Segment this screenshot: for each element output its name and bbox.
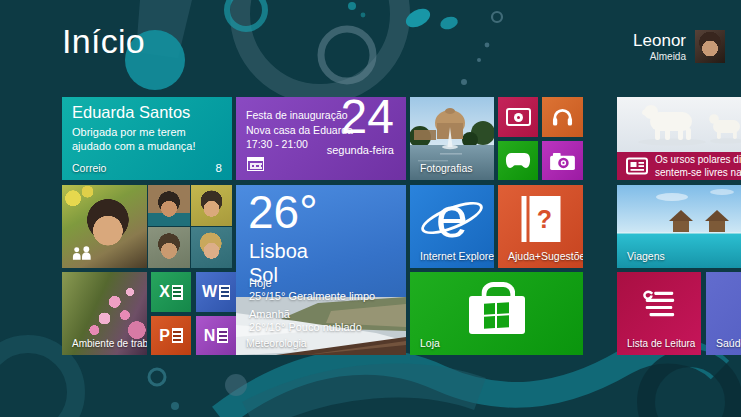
start-screen: Início Leonor Almeida Eduarda Santos Obr… (0, 0, 741, 417)
tile-news[interactable]: Os ursos polares divertem sentem-se livr… (617, 97, 741, 180)
tile-reading-list[interactable]: Lista de Leitura (617, 272, 701, 355)
tile-word[interactable]: W (196, 272, 236, 312)
mail-app-label: Correio (72, 162, 106, 174)
mail-sender: Eduarda Santos (72, 103, 190, 122)
video-screen-icon (506, 108, 531, 126)
shopping-bag-windows-icon (469, 296, 525, 334)
tile-internet-explorer[interactable]: e Internet Explorer (410, 185, 494, 268)
mail-message: Obrigada por me terem ajudado com a muda… (72, 125, 216, 154)
health-app-label: Saúde e (716, 337, 741, 349)
tile-mail[interactable]: Eduarda Santos Obrigada por me terem aju… (62, 97, 232, 180)
people-photo-grid (147, 185, 232, 268)
tile-music[interactable] (542, 97, 583, 137)
travel-app-label: Viagens (627, 250, 665, 262)
help-app-label: Ajuda+Sugestões (508, 250, 583, 262)
game-controller-icon (505, 152, 531, 169)
user-names: Leonor Almeida (633, 32, 686, 62)
book-question-icon: ? (521, 196, 560, 242)
newspaper-icon (626, 157, 648, 175)
calendar-day-number: 24 (341, 97, 394, 142)
tile-excel[interactable]: X (151, 272, 191, 312)
calendar-event-title: Festa de inauguração (246, 108, 353, 123)
weather-app-label: Meteorologia (246, 337, 307, 349)
word-icon: W (202, 283, 230, 301)
excel-icon: X (159, 283, 183, 301)
weather-today-label: Hoje (249, 277, 272, 289)
store-app-label: Loja (420, 337, 440, 349)
news-photo-polar-bears (617, 97, 741, 152)
tile-help-tips[interactable]: ? Ajuda+Sugestões (498, 185, 583, 268)
tile-health[interactable]: Saúde e (706, 272, 741, 355)
onenote-icon: N (204, 327, 229, 345)
reading-list-icon (641, 289, 677, 319)
tile-weather[interactable]: 26° Lisboa Sol Hoje 25°/15° Geralmente l… (236, 185, 406, 355)
calendar-icon (247, 157, 264, 171)
news-headline: Os ursos polares divertem sentem-se livr… (655, 153, 741, 179)
calendar-event-location: Nova casa da Eduarda (246, 123, 353, 138)
page-title: Início (62, 22, 145, 61)
weather-tomorrow-label: Amanhã (249, 308, 290, 320)
tile-onenote[interactable]: N (196, 316, 236, 355)
weather-temperature: 26° (248, 185, 318, 239)
calendar-weekday: segunda-feira (327, 144, 394, 156)
tile-people[interactable] (62, 185, 232, 268)
mail-unread-badge: 8 (216, 162, 222, 174)
tile-games[interactable] (498, 141, 538, 180)
tile-calendar[interactable]: Festa de inauguração Nova casa da Eduard… (236, 97, 406, 180)
powerpoint-icon: P (159, 327, 183, 345)
tile-photos[interactable]: Fotografias (410, 97, 494, 180)
user-first-name: Leonor (633, 32, 686, 51)
tile-desktop[interactable]: Ambiente de trabalho (62, 272, 147, 355)
tile-video[interactable] (498, 97, 538, 137)
news-headline-bar: Os ursos polares divertem sentem-se livr… (617, 152, 741, 180)
internet-explorer-e-icon: e (422, 187, 482, 247)
weather-city: Lisboa (249, 240, 308, 263)
weather-today-forecast: 25°/15° Geralmente limpo (249, 290, 375, 302)
ie-app-label: Internet Explorer (420, 250, 494, 262)
avatar (695, 30, 725, 63)
reading-list-app-label: Lista de Leitura (627, 338, 695, 349)
tile-travel[interactable]: Viagens (617, 185, 741, 268)
headphones-icon (552, 107, 573, 127)
people-photo (191, 227, 233, 268)
people-icon (71, 246, 94, 261)
camera-icon (549, 151, 576, 171)
user-account[interactable]: Leonor Almeida (633, 30, 725, 63)
weather-tomorrow-forecast: 26°/16° Pouco nublado (249, 321, 362, 333)
people-photo (148, 227, 190, 268)
desktop-app-label: Ambiente de trabalho (72, 338, 147, 349)
tile-store[interactable]: Loja (410, 272, 583, 355)
tile-camera[interactable] (542, 141, 583, 180)
user-last-name: Almeida (633, 51, 686, 62)
people-photo (148, 185, 190, 226)
photos-app-label: Fotografias (420, 162, 473, 174)
tile-powerpoint[interactable]: P (151, 316, 191, 355)
people-photo (191, 185, 233, 226)
